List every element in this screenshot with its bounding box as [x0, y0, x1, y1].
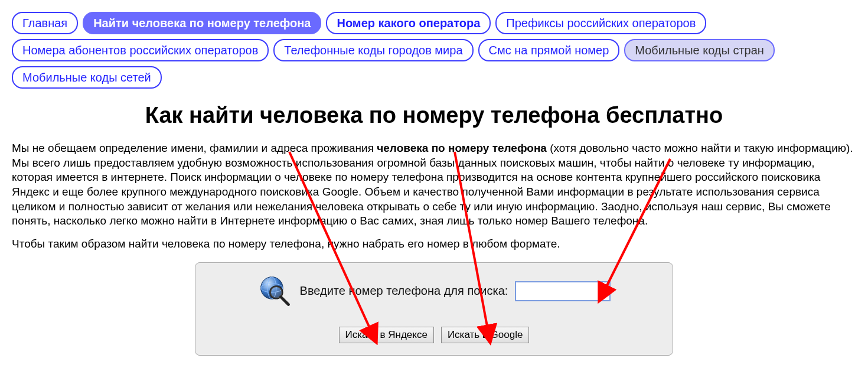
nav-item-find-by-phone[interactable]: Найти человека по номеру телефона — [83, 12, 321, 34]
phone-input[interactable] — [515, 281, 611, 301]
nav-item-operator-number[interactable]: Номер какого оператора — [326, 12, 491, 34]
content: Мы не обещаем определение имени, фамилии… — [12, 141, 856, 356]
svg-line-6 — [280, 297, 288, 304]
intro-text-bold: человека по номеру телефона — [377, 142, 547, 154]
nav-item-network-mobile-codes[interactable]: Мобильные коды сетей — [12, 66, 162, 89]
intro-text-after: (хотя довольно часто можно найти и такую… — [12, 142, 853, 227]
nav-item-ru-prefixes[interactable]: Префиксы российских операторов — [495, 12, 706, 34]
top-nav: Главная Найти человека по номеру телефон… — [12, 12, 856, 89]
page-title: Как найти человека по номеру телефона бе… — [12, 103, 856, 128]
search-google-button[interactable]: Искать в Google — [441, 327, 530, 343]
nav-item-home[interactable]: Главная — [12, 12, 78, 34]
nav-item-city-codes[interactable]: Телефонные коды городов мира — [273, 39, 473, 61]
search-row: Введите номер телефона для поиска: — [207, 274, 661, 309]
search-yandex-button[interactable]: Искать в Яндексе — [339, 327, 434, 343]
globe-search-icon — [257, 274, 293, 309]
intro-paragraph-1: Мы не обещаем определение имени, фамилии… — [12, 141, 856, 229]
intro-paragraph-2: Чтобы таким образом найти человека по но… — [12, 237, 856, 252]
search-panel: Введите номер телефона для поиска: Искат… — [195, 262, 673, 356]
nav-item-sms-direct[interactable]: Смс на прямой номер — [478, 39, 620, 61]
nav-item-subscriber-numbers[interactable]: Номера абонентов российских операторов — [12, 39, 269, 61]
nav-item-country-mobile-codes[interactable]: Мобильные коды стран — [624, 39, 775, 61]
intro-text-before: Мы не обещаем определение имени, фамилии… — [12, 142, 377, 154]
search-label: Введите номер телефона для поиска: — [300, 284, 508, 298]
button-row: Искать в Яндексе Искать в Google — [207, 327, 661, 343]
